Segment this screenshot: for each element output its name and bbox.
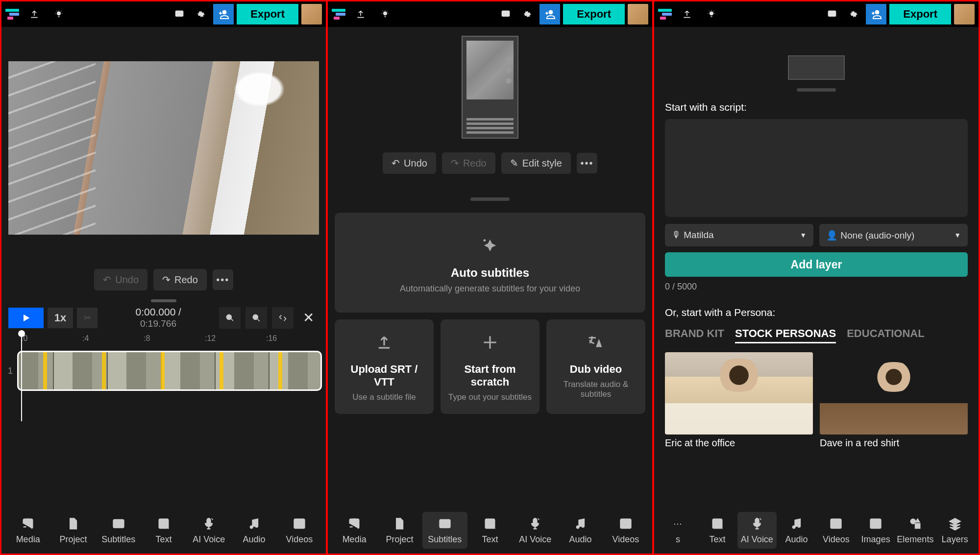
zoom-out-button[interactable] (219, 307, 241, 329)
nav-icon (21, 516, 35, 531)
fit-timeline-button[interactable] (272, 307, 294, 329)
add-layer-button[interactable]: Add layer (665, 252, 968, 277)
panel-drag-handle[interactable] (470, 197, 510, 201)
nav-item-videos[interactable]: Videos (277, 512, 322, 549)
topbar: Export (654, 1, 979, 27)
nav-item-audio[interactable]: Audio (231, 512, 276, 549)
nav-item-project[interactable]: Project (377, 512, 422, 549)
nav-item-layers[interactable]: Layers (935, 512, 975, 549)
upload-subtitle-card[interactable]: Upload SRT / VTT Use a subtitle file (335, 319, 434, 414)
close-icon[interactable]: ✕ (297, 307, 319, 329)
video-clip[interactable] (17, 351, 322, 391)
timeline-ruler[interactable]: :0 :4 :8 :12 :16 (1, 333, 326, 345)
nav-item-media[interactable]: Media (5, 512, 50, 549)
card-desc: Automatically generate subtitles for you… (344, 284, 636, 294)
nav-item-videos[interactable]: Videos (603, 512, 648, 549)
nav-item-text[interactable]: Text (141, 512, 186, 549)
export-button[interactable]: Export (237, 4, 298, 24)
settings-gear-icon[interactable] (518, 5, 537, 24)
add-person-button[interactable] (866, 4, 886, 24)
svg-point-11 (384, 12, 387, 15)
nav-label: Project (59, 534, 87, 545)
nav-item-text[interactable]: Text (698, 512, 737, 549)
nav-item-subtitles[interactable]: Subtitles (96, 512, 141, 549)
export-button[interactable]: Export (889, 4, 951, 24)
topbar: Export (1, 1, 326, 27)
redo-button[interactable]: ↷Redo (153, 269, 207, 290)
more-menu-button[interactable]: ••• (577, 153, 597, 173)
tab-educational[interactable]: EDUCATIONAL (847, 327, 924, 343)
undo-button[interactable]: ↶Undo (383, 152, 436, 174)
voice-select[interactable]: 🎙 Matilda▼ (665, 224, 813, 246)
nav-item-project[interactable]: Project (50, 512, 96, 549)
export-button[interactable]: Export (563, 4, 625, 24)
nav-label: s (676, 534, 680, 545)
transport-controls: 1x ✂ 0:00.000 / 0:19.766 ✕ (1, 302, 326, 333)
timecode: 0:00.000 / 0:19.766 (101, 306, 215, 329)
persona-card[interactable]: Dave in a red shirt (820, 352, 968, 449)
edit-style-button[interactable]: ✎Edit style (501, 152, 571, 174)
nav-item-media[interactable]: Media (332, 512, 377, 549)
lightbulb-icon[interactable] (702, 5, 721, 24)
nav-icon (908, 516, 922, 531)
nav-item-elements[interactable]: Elements (896, 512, 935, 549)
add-person-button[interactable] (539, 4, 560, 24)
add-person-button[interactable] (213, 4, 234, 24)
persona-name: Dave in a red shirt (820, 437, 968, 449)
nav-item-audio[interactable]: Audio (558, 512, 603, 549)
subtitle-style-preview[interactable] (462, 36, 518, 139)
settings-gear-icon[interactable] (192, 5, 210, 24)
dub-video-card[interactable]: Dub video Translate audio & subtitles (546, 319, 645, 414)
playback-speed-button[interactable]: 1x (48, 308, 73, 328)
svg-rect-31 (915, 524, 920, 528)
lightbulb-icon[interactable] (376, 5, 394, 24)
nav-item-images[interactable]: Images (856, 512, 896, 549)
upload-icon[interactable] (25, 5, 44, 24)
split-clip-button[interactable]: ✂ (77, 308, 98, 328)
nav-icon (66, 516, 80, 531)
auto-subtitles-card[interactable]: Auto subtitles Automatically generate su… (335, 213, 645, 313)
lightbulb-icon[interactable] (49, 5, 68, 24)
video-preview[interactable] (8, 61, 319, 235)
tab-stock-personas[interactable]: STOCK PERSONAS (735, 327, 836, 343)
upload-icon[interactable] (351, 5, 370, 24)
app-logo[interactable] (332, 9, 345, 20)
more-menu-button[interactable]: ••• (213, 269, 233, 290)
user-avatar[interactable] (301, 4, 322, 24)
comment-icon[interactable] (823, 5, 841, 24)
comment-icon[interactable] (170, 5, 189, 24)
user-avatar[interactable] (954, 4, 975, 24)
comment-icon[interactable] (496, 5, 515, 24)
track-number: 1 (3, 351, 17, 391)
nav-item-videos[interactable]: Videos (816, 512, 856, 549)
char-counter: 0 / 5000 (665, 282, 968, 292)
nav-item-ai-voice[interactable]: AI Voice (513, 512, 558, 549)
play-button[interactable] (8, 308, 44, 328)
tab-brand-kit[interactable]: BRAND KIT (665, 327, 724, 343)
nav-item-text[interactable]: Text (467, 512, 513, 549)
redo-button[interactable]: ↷Redo (442, 152, 495, 174)
nav-label: Text (710, 534, 726, 545)
nav-item-ai-voice[interactable]: AI Voice (737, 512, 777, 549)
app-logo[interactable] (658, 9, 672, 20)
undo-button[interactable]: ↶Undo (94, 269, 147, 290)
settings-gear-icon[interactable] (844, 5, 863, 24)
svg-point-9 (255, 525, 258, 527)
nav-item-subtitles[interactable]: Subtitles (422, 512, 467, 549)
nav-item-s[interactable]: ⋯s (658, 512, 698, 549)
mini-preview[interactable] (788, 55, 845, 80)
avatar-select[interactable]: 👤 None (audio-only)▼ (819, 224, 968, 246)
app-logo[interactable] (5, 9, 19, 20)
nav-icon: ⋯ (673, 516, 682, 531)
svg-rect-19 (620, 519, 631, 528)
nav-item-audio[interactable]: Audio (777, 512, 816, 549)
playhead[interactable] (21, 333, 22, 421)
start-from-scratch-card[interactable]: Start from scratch Type out your subtitl… (441, 319, 539, 414)
persona-card[interactable]: Eric at the office (665, 352, 813, 449)
upload-icon[interactable] (678, 5, 696, 24)
script-textarea[interactable] (665, 119, 968, 217)
panel-drag-handle[interactable] (797, 88, 836, 92)
zoom-in-button[interactable] (245, 307, 267, 329)
user-avatar[interactable] (628, 4, 648, 24)
nav-item-ai-voice[interactable]: AI Voice (186, 512, 231, 549)
